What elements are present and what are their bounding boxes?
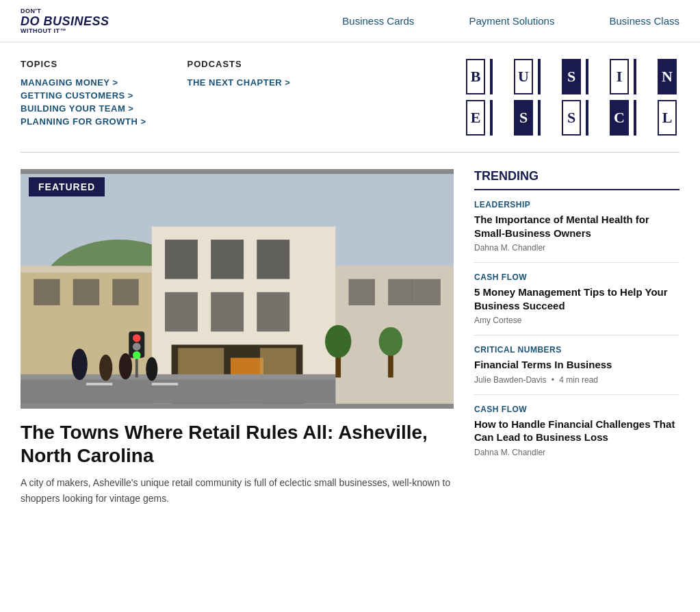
bc-letter-N: N: [658, 59, 677, 94]
featured-description: A city of makers, Asheville's unique ret…: [21, 475, 454, 506]
logo-dont-line: DON'T: [21, 8, 41, 14]
svg-rect-22: [152, 383, 178, 385]
svg-point-23: [72, 348, 88, 380]
logo-do-business: do business: [21, 15, 109, 27]
bc-letter-C: C: [610, 100, 629, 136]
trending-article-title-3: Financial Terms In Business: [474, 358, 679, 372]
nav-payment-solutions[interactable]: Payment Solutions: [469, 15, 554, 27]
trending-article-title-4: How to Handle Financial Challenges That …: [474, 418, 679, 444]
trending-category-1: LEADERSHIP: [474, 200, 679, 209]
topics-col: TOPICS MANAGING MONEY > GETTING CUSTOMER…: [21, 59, 146, 129]
podcasts-heading: PODCASTS: [187, 59, 290, 69]
trending-item-2[interactable]: CASH FLOW 5 Money Management Tips to Hel…: [474, 263, 679, 335]
svg-rect-7: [257, 240, 289, 279]
svg-rect-18: [112, 279, 138, 305]
logo-text: DON'T do business WITHOUT IT™: [21, 8, 109, 35]
trending-section: TRENDING LEADERSHIP The Importance of Me…: [474, 169, 679, 506]
trending-item-3[interactable]: CRITICAL NUMBERS Financial Terms In Busi…: [474, 335, 679, 395]
trending-article-title-2: 5 Money Management Tips to Help Your Bus…: [474, 285, 679, 312]
menu-section: TOPICS MANAGING MONEY > GETTING CUSTOMER…: [0, 42, 700, 152]
svg-point-37: [325, 325, 351, 358]
main-content: FEATURED: [0, 153, 700, 522]
trending-author-2: Amy Cortese: [474, 316, 679, 325]
bc-letter-B: B: [466, 59, 485, 94]
trending-category-4: CASH FLOW: [474, 405, 679, 414]
topic-getting-customers[interactable]: GETTING CUSTOMERS >: [21, 90, 146, 101]
trending-item-4[interactable]: CASH FLOW How to Handle Financial Challe…: [474, 395, 679, 467]
nav-business-cards[interactable]: Business Cards: [342, 15, 414, 27]
svg-point-24: [99, 355, 112, 381]
svg-rect-16: [34, 279, 60, 305]
site-header: DON'T do business WITHOUT IT™ Business C…: [0, 0, 700, 42]
trending-category-2: CASH FLOW: [474, 272, 679, 282]
bc-letter-S3: S: [562, 100, 581, 136]
svg-rect-35: [414, 279, 440, 305]
svg-rect-17: [73, 279, 99, 305]
nav-business-class[interactable]: Business Class: [609, 15, 679, 27]
header-nav: Business Cards Payment Solutions Busines…: [342, 15, 679, 27]
svg-rect-5: [165, 240, 198, 279]
topic-building-your-team[interactable]: BUILDING YOUR TEAM >: [21, 103, 146, 114]
topics-heading: TOPICS: [21, 59, 146, 69]
logo-without-it: WITHOUT IT™: [21, 27, 109, 35]
trending-item-1[interactable]: LEADERSHIP The Importance of Mental Heal…: [474, 190, 679, 263]
svg-rect-9: [211, 292, 244, 332]
svg-rect-10: [257, 292, 289, 332]
business-class-logo: B U S I N E S S C L: [466, 59, 679, 136]
featured-title: The Towns Where Retail Rules All: Ashevi…: [21, 421, 454, 467]
topic-managing-money[interactable]: MANAGING MONEY >: [21, 77, 146, 88]
featured-image-wrapper: FEATURED: [21, 169, 454, 409]
svg-point-39: [379, 327, 403, 356]
podcasts-col: PODCASTS THE NEXT CHAPTER >: [187, 59, 290, 90]
svg-rect-8: [165, 292, 198, 332]
featured-section: FEATURED: [21, 169, 454, 506]
svg-point-31: [133, 351, 141, 359]
trending-author-1: Dahna M. Chandler: [474, 243, 679, 253]
trending-heading: TRENDING: [474, 169, 679, 190]
featured-image: [21, 169, 454, 409]
bc-letter-S1: S: [562, 59, 581, 94]
svg-rect-33: [349, 279, 375, 305]
svg-point-30: [133, 343, 141, 351]
bc-letter-S2: S: [514, 100, 533, 136]
svg-point-29: [133, 334, 141, 342]
logo: DON'T do business WITHOUT IT™: [21, 8, 109, 35]
svg-point-26: [146, 357, 157, 381]
svg-rect-6: [211, 240, 244, 279]
trending-author-4: Dahna M. Chandler: [474, 448, 679, 457]
bc-letter-I: I: [610, 59, 629, 94]
trending-article-title-1: The Importance of Mental Health for Smal…: [474, 213, 679, 240]
trending-category-3: CRITICAL NUMBERS: [474, 345, 679, 355]
bc-letter-U: U: [514, 59, 533, 94]
podcast-next-chapter[interactable]: THE NEXT CHAPTER >: [187, 77, 290, 88]
trending-author-3: Julie Bawden-Davis • 4 min read: [474, 375, 679, 385]
topic-planning-for-growth[interactable]: PLANNING FOR GROWTH >: [21, 116, 146, 127]
bc-letter-E: E: [466, 100, 485, 136]
svg-rect-34: [388, 279, 414, 305]
svg-rect-21: [86, 383, 112, 385]
featured-badge: FEATURED: [29, 177, 105, 196]
bc-letter-L: L: [658, 100, 677, 136]
